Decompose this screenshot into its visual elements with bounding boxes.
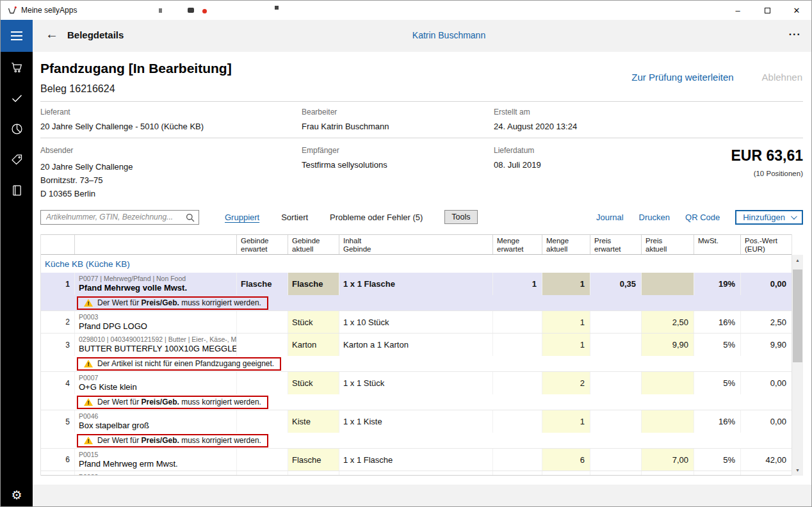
hinzufuegen-button[interactable]: Hinzufügen bbox=[735, 210, 803, 225]
check-icon[interactable] bbox=[1, 83, 33, 113]
menge-aktuell-cell[interactable]: 1 bbox=[542, 311, 590, 333]
filter-gruppiert[interactable]: Gruppiert bbox=[225, 213, 259, 222]
menge-erwartet-cell: 1 bbox=[492, 273, 542, 295]
close-button[interactable]: ✕ bbox=[782, 1, 811, 20]
gebinde-erwartet-cell: Flasche bbox=[236, 273, 288, 295]
article-name: Pfand Mehrweg erm Mwst. bbox=[79, 459, 236, 469]
tag-icon[interactable] bbox=[1, 144, 33, 175]
menge-erwartet-cell bbox=[492, 334, 542, 356]
absender-line: 20 Jahre Selly Challenge bbox=[40, 160, 133, 173]
inhalt-gebinde-cell: 1 x 1 Stück bbox=[339, 372, 492, 394]
menu-icon[interactable] bbox=[1, 20, 33, 52]
absender-label: Absender bbox=[40, 146, 133, 155]
col-header-gebinde-erwartet: Gebinde erwartet bbox=[236, 235, 288, 254]
back-button[interactable]: ← bbox=[45, 27, 58, 42]
article-meta: P0077 | Mehrweg/Pfand | Non Food bbox=[79, 275, 236, 282]
mwst-cell: 16% bbox=[694, 311, 740, 333]
article-cell[interactable]: P0077 | Mehrweg/Pfand | Non Food Pfand M… bbox=[74, 273, 236, 295]
inhalt-gebinde-cell: 1 x 1 Flasche bbox=[339, 273, 492, 295]
gebinde-aktuell-cell[interactable]: Flasche bbox=[288, 273, 339, 295]
book-icon[interactable] bbox=[1, 175, 33, 205]
search-input[interactable] bbox=[41, 211, 199, 224]
more-button[interactable]: ... bbox=[789, 26, 801, 38]
pie-chart-icon[interactable] bbox=[1, 113, 33, 144]
tools-button[interactable]: Tools bbox=[444, 210, 477, 224]
scroll-down-icon[interactable]: ▼ bbox=[792, 465, 803, 476]
empfaenger-label: Empfänger bbox=[302, 146, 387, 155]
col-header-menge-aktuell: Menge aktuell bbox=[542, 235, 590, 254]
gebinde-aktuell-cell[interactable]: Stück bbox=[288, 372, 339, 394]
divider bbox=[40, 138, 803, 138]
screen-artifact bbox=[159, 8, 162, 13]
table-row[interactable]: 1 P0077 | Mehrweg/Pfand | Non Food Pfand… bbox=[41, 273, 792, 295]
search-icon[interactable] bbox=[186, 213, 195, 222]
table-row[interactable]: 4 P0007 O+G Kiste klein Stück 1 x 1 Stüc… bbox=[41, 372, 792, 394]
document-title: Pfandzugang [In Bearbeitung] bbox=[40, 61, 232, 76]
article-cell[interactable]: P0032 bbox=[74, 471, 236, 476]
menge-erwartet-cell bbox=[492, 410, 542, 433]
vertical-scrollbar[interactable]: ▲ ▼ bbox=[792, 255, 803, 476]
search-box bbox=[40, 210, 199, 225]
scrollbar-thumb[interactable] bbox=[793, 270, 802, 362]
page-title: Belegdetails bbox=[67, 29, 124, 40]
row-number: 3 bbox=[41, 334, 74, 356]
qr-code-link[interactable]: QR Code bbox=[685, 213, 720, 222]
maximize-button[interactable] bbox=[752, 1, 782, 20]
article-cell[interactable]: 0298010 | 04034900121592 | Butter | Eier… bbox=[74, 334, 236, 356]
forward-for-review-link[interactable]: Zur Prüfung weiterleiten bbox=[631, 72, 733, 83]
scroll-up-icon[interactable]: ▲ bbox=[792, 255, 803, 266]
menge-aktuell-cell[interactable]: 6 bbox=[542, 449, 590, 471]
article-meta: P0046 bbox=[79, 412, 236, 420]
table-row[interactable]: 3 0298010 | 04034900121592 | Butter | Ei… bbox=[41, 334, 792, 356]
menge-aktuell-cell[interactable]: 1 bbox=[542, 334, 590, 356]
article-cell[interactable]: P0015 Pfand Mehrweg erm Mwst. bbox=[74, 449, 236, 471]
table-row[interactable]: 7 P0032 bbox=[41, 471, 792, 476]
drucken-link[interactable]: Drucken bbox=[639, 213, 670, 222]
article-cell[interactable]: P0046 Box stapelbar groß bbox=[74, 410, 236, 433]
gear-icon[interactable]: ⚙ bbox=[1, 485, 33, 505]
article-cell[interactable]: P0003 Pfand DPG LOGO bbox=[74, 311, 236, 333]
preis-aktuell-cell[interactable] bbox=[641, 273, 694, 295]
inhalt-gebinde-cell: 1 x 1 Kiste bbox=[339, 410, 492, 433]
preis-aktuell-cell[interactable]: 9,90 bbox=[641, 334, 694, 356]
filter-probleme[interactable]: Probleme oder Fehler (5) bbox=[330, 213, 423, 222]
gebinde-aktuell-cell[interactable]: Karton bbox=[288, 334, 339, 356]
gebinde-aktuell-cell[interactable]: Flasche bbox=[288, 449, 339, 471]
menge-aktuell-cell[interactable]: 1 bbox=[542, 273, 590, 295]
menge-aktuell-cell[interactable]: 1 bbox=[542, 410, 590, 433]
hinzufuegen-label: Hinzufügen bbox=[743, 213, 785, 222]
gebinde-erwartet-cell bbox=[236, 410, 288, 433]
pos-wert-cell: 0,00 bbox=[740, 273, 792, 295]
cart-icon[interactable] bbox=[1, 52, 33, 83]
preis-aktuell-cell[interactable]: 2,50 bbox=[641, 311, 694, 333]
menge-aktuell-cell[interactable]: 2 bbox=[542, 372, 590, 394]
minimize-button[interactable]: – bbox=[723, 1, 752, 20]
row-number: 6 bbox=[41, 449, 74, 471]
absender-line: Bornitzstr. 73–75 bbox=[40, 173, 133, 187]
table-row[interactable]: 5 P0046 Box stapelbar groß Kiste 1 x 1 K… bbox=[41, 410, 792, 433]
inhalt-gebinde-cell: 1 x 1 Flasche bbox=[339, 449, 492, 471]
table-row[interactable]: 6 P0015 Pfand Mehrweg erm Mwst. Flasche … bbox=[41, 449, 792, 471]
col-header-inhalt-gebinde: Inhalt Gebinde bbox=[339, 235, 492, 254]
record-dot-artifact bbox=[202, 9, 207, 13]
document-number: Beleg 16216624 bbox=[40, 83, 115, 95]
preis-aktuell-cell[interactable] bbox=[641, 372, 694, 394]
journal-link[interactable]: Journal bbox=[596, 213, 624, 222]
group-header[interactable]: Küche KB (Küche KB) bbox=[41, 255, 792, 273]
inhalt-gebinde-cell: 1 x 10 Stück bbox=[339, 311, 492, 333]
row-number: 2 bbox=[41, 311, 74, 333]
warning-box: ! Der Wert für Preis/Geb. muss korrigier… bbox=[77, 434, 268, 447]
gebinde-erwartet-cell bbox=[236, 372, 288, 394]
gebinde-aktuell-cell[interactable]: Kiste bbox=[288, 410, 339, 433]
col-header-menge-erwartet: Menge erwartet bbox=[492, 235, 542, 254]
warning-row: ! Der Wert für Preis/Geb. muss korrigier… bbox=[41, 394, 792, 410]
window-title: Meine sellyApps bbox=[21, 6, 77, 15]
filter-sortiert[interactable]: Sortiert bbox=[281, 213, 308, 222]
table-row[interactable]: 2 P0003 Pfand DPG LOGO Stück 1 x 10 Stüc… bbox=[41, 311, 792, 334]
mwst-cell: 5% bbox=[694, 334, 740, 356]
reject-link[interactable]: Ablehnen bbox=[762, 72, 802, 83]
gebinde-aktuell-cell[interactable]: Stück bbox=[288, 311, 339, 333]
preis-aktuell-cell[interactable] bbox=[641, 410, 694, 433]
preis-aktuell-cell[interactable]: 7,00 bbox=[641, 449, 694, 471]
article-cell[interactable]: P0007 O+G Kiste klein bbox=[74, 372, 236, 394]
